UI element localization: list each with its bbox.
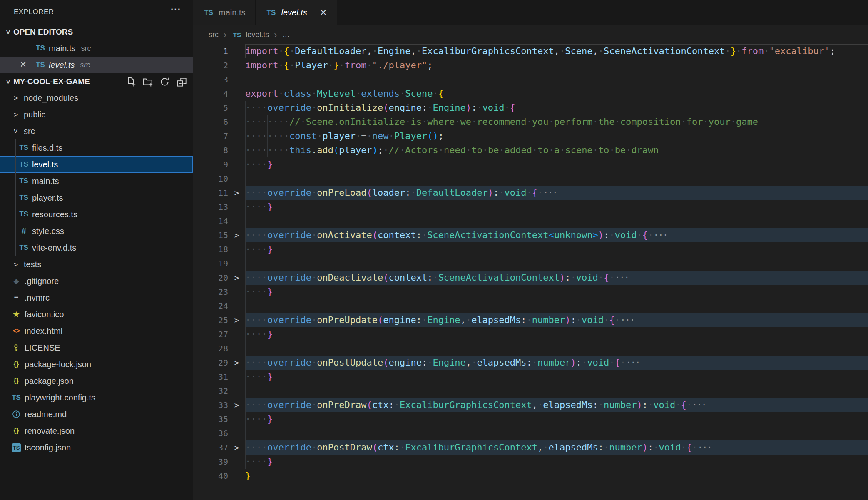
tree-item-.nvmrc[interactable]: ≡.nvmrc bbox=[0, 289, 193, 306]
code-line-content[interactable]: ····} bbox=[245, 455, 868, 469]
tab-main.ts[interactable]: TSmain.ts bbox=[193, 0, 256, 25]
line-number[interactable]: 33 bbox=[193, 398, 228, 412]
code-line-35[interactable]: 35····} bbox=[193, 412, 868, 426]
line-number[interactable]: 6 bbox=[193, 115, 228, 129]
fold-chevron-icon[interactable]: > bbox=[228, 271, 245, 285]
tree-item-level.ts[interactable]: TSlevel.ts bbox=[0, 156, 193, 173]
tree-item-index.html[interactable]: <>index.html bbox=[0, 323, 193, 339]
code-line-29[interactable]: 29>····override·onPostUpdate(engine:·Eng… bbox=[193, 356, 868, 370]
line-number[interactable]: 4 bbox=[193, 87, 228, 101]
code-line-content[interactable]: ····override·onPreLoad(loader:·DefaultLo… bbox=[245, 186, 868, 200]
new-file-icon[interactable] bbox=[125, 76, 136, 87]
code-line-11[interactable]: 11>····override·onPreLoad(loader:·Defaul… bbox=[193, 186, 868, 200]
code-line-content[interactable] bbox=[245, 299, 868, 313]
code-line-content[interactable] bbox=[245, 341, 868, 356]
code-line-18[interactable]: 18····} bbox=[193, 242, 868, 256]
tree-item-files.d.ts[interactable]: TSfiles.d.ts bbox=[0, 139, 193, 156]
more-actions-icon[interactable]: ··· bbox=[171, 4, 181, 15]
code-editor[interactable]: 1import·{·DefaultLoader,·Engine,·Excalib… bbox=[193, 44, 868, 500]
fold-chevron-icon[interactable]: > bbox=[228, 356, 245, 370]
code-line-15[interactable]: 15>····override·onActivate(context:·Scen… bbox=[193, 228, 868, 242]
line-number[interactable]: 1 bbox=[193, 44, 228, 58]
code-line-content[interactable]: ····} bbox=[245, 157, 868, 172]
code-line-37[interactable]: 37>····override·onPostDraw(ctx:·Excalibu… bbox=[193, 440, 868, 455]
code-line-7[interactable]: 7········const·player·=·new·Player(); bbox=[193, 129, 868, 143]
line-number[interactable]: 40 bbox=[193, 469, 228, 483]
open-editors-section-header[interactable]: > OPEN EDITORS bbox=[0, 24, 193, 40]
fold-chevron-icon[interactable]: > bbox=[228, 313, 245, 327]
tree-item-tsconfig.json[interactable]: TStsconfig.json bbox=[0, 439, 193, 456]
line-number[interactable]: 14 bbox=[193, 214, 228, 228]
code-line-31[interactable]: 31····} bbox=[193, 370, 868, 384]
code-line-content[interactable]: ····override·onPostUpdate(engine:·Engine… bbox=[245, 356, 868, 370]
line-number[interactable]: 39 bbox=[193, 455, 228, 469]
code-line-27[interactable]: 27····} bbox=[193, 327, 868, 341]
code-line-content[interactable]: import·{·DefaultLoader,·Engine,·Excalibu… bbox=[245, 44, 868, 58]
tree-item-tests[interactable]: >tests bbox=[0, 256, 193, 273]
code-line-content[interactable]: ····} bbox=[245, 285, 868, 299]
line-number[interactable]: 13 bbox=[193, 200, 228, 214]
line-number[interactable]: 32 bbox=[193, 384, 228, 398]
code-line-19[interactable]: 19 bbox=[193, 256, 868, 271]
project-section-header[interactable]: > MY-COOL-EX-GAME bbox=[0, 73, 193, 90]
code-line-10[interactable]: 10 bbox=[193, 172, 868, 186]
code-line-content[interactable]: ····override·onActivate(context:·SceneAc… bbox=[245, 228, 868, 242]
code-line-20[interactable]: 20>····override·onDeactivate(context:·Sc… bbox=[193, 271, 868, 285]
code-line-content[interactable]: ····override·onPreDraw(ctx:·ExcaliburGra… bbox=[245, 398, 868, 412]
tree-item-.gitignore[interactable]: ◆.gitignore bbox=[0, 273, 193, 289]
tree-item-resources.ts[interactable]: TSresources.ts bbox=[0, 206, 193, 223]
breadcrumb-item-…[interactable]: … bbox=[282, 30, 290, 39]
code-line-9[interactable]: 9····} bbox=[193, 157, 868, 172]
line-number[interactable]: 28 bbox=[193, 341, 228, 356]
code-line-content[interactable] bbox=[245, 214, 868, 228]
tree-item-player.ts[interactable]: TSplayer.ts bbox=[0, 189, 193, 206]
code-line-content[interactable]: ········//·Scene.onInitialize·is·where·w… bbox=[245, 115, 868, 129]
code-line-content[interactable]: ········const·player·=·new·Player(); bbox=[245, 129, 868, 143]
line-number[interactable]: 10 bbox=[193, 172, 228, 186]
code-line-content[interactable]: ····} bbox=[245, 200, 868, 214]
line-number[interactable]: 35 bbox=[193, 412, 228, 426]
line-number[interactable]: 9 bbox=[193, 157, 228, 172]
new-folder-icon[interactable] bbox=[142, 76, 153, 87]
close-icon[interactable]: × bbox=[320, 7, 327, 18]
code-line-content[interactable] bbox=[245, 72, 868, 87]
line-number[interactable]: 37 bbox=[193, 440, 228, 455]
line-number[interactable]: 18 bbox=[193, 242, 228, 256]
code-line-content[interactable] bbox=[245, 426, 868, 440]
code-line-content[interactable]: ········this.add(player);·//·Actors·need… bbox=[245, 143, 868, 157]
code-line-content[interactable]: ····} bbox=[245, 242, 868, 256]
open-editor-level.ts[interactable]: ×TSlevel.tssrc bbox=[0, 57, 193, 73]
line-number[interactable]: 29 bbox=[193, 356, 228, 370]
code-line-23[interactable]: 23····} bbox=[193, 285, 868, 299]
line-number[interactable]: 7 bbox=[193, 129, 228, 143]
code-line-content[interactable] bbox=[245, 256, 868, 271]
line-number[interactable]: 11 bbox=[193, 186, 228, 200]
code-line-1[interactable]: 1import·{·DefaultLoader,·Engine,·Excalib… bbox=[193, 44, 868, 58]
fold-chevron-icon[interactable]: > bbox=[228, 398, 245, 412]
code-line-4[interactable]: 4export·class·MyLevel·extends·Scene·{ bbox=[193, 87, 868, 101]
code-line-content[interactable]: ····override·onPreUpdate(engine:·Engine,… bbox=[245, 313, 868, 327]
line-number[interactable]: 8 bbox=[193, 143, 228, 157]
tree-item-src[interactable]: >src bbox=[0, 123, 193, 139]
code-line-content[interactable]: ····override·onDeactivate(context:·Scene… bbox=[245, 271, 868, 285]
line-number[interactable]: 36 bbox=[193, 426, 228, 440]
code-line-39[interactable]: 39····} bbox=[193, 455, 868, 469]
code-line-14[interactable]: 14 bbox=[193, 214, 868, 228]
line-number[interactable]: 15 bbox=[193, 228, 228, 242]
fold-chevron-icon[interactable]: > bbox=[228, 440, 245, 455]
tree-item-public[interactable]: >public bbox=[0, 106, 193, 123]
line-number[interactable]: 20 bbox=[193, 271, 228, 285]
open-editor-main.ts[interactable]: TSmain.tssrc bbox=[0, 40, 193, 57]
code-line-25[interactable]: 25>····override·onPreUpdate(engine:·Engi… bbox=[193, 313, 868, 327]
tree-item-package.json[interactable]: {}package.json bbox=[0, 373, 193, 389]
code-line-24[interactable]: 24 bbox=[193, 299, 868, 313]
tree-item-renovate.json[interactable]: {}renovate.json bbox=[0, 423, 193, 439]
tree-item-playwright.config.ts[interactable]: TSplaywright.config.ts bbox=[0, 389, 193, 406]
code-line-2[interactable]: 2import·{·Player·}·from·"./player"; bbox=[193, 58, 868, 72]
tree-item-vite-env.d.ts[interactable]: TSvite-env.d.ts bbox=[0, 239, 193, 256]
code-line-32[interactable]: 32 bbox=[193, 384, 868, 398]
code-line-33[interactable]: 33>····override·onPreDraw(ctx:·Excalibur… bbox=[193, 398, 868, 412]
code-line-content[interactable]: ····} bbox=[245, 327, 868, 341]
code-line-40[interactable]: 40} bbox=[193, 469, 868, 483]
code-line-content[interactable]: import·{·Player·}·from·"./player"; bbox=[245, 58, 868, 72]
